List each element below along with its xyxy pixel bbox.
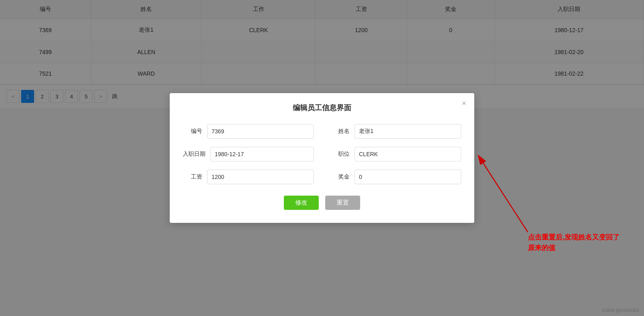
modal-overlay: 编辑员工信息界面 × 编号 姓名 入职日期 职位 工资: [0, 0, 644, 316]
id-input[interactable]: [207, 124, 314, 139]
modal-title: 编辑员工信息界面: [183, 103, 461, 113]
form-item-job: 职位: [330, 147, 461, 161]
job-input[interactable]: [354, 147, 461, 161]
name-label: 姓名: [330, 128, 350, 135]
name-input[interactable]: [354, 124, 461, 139]
button-row: 修改 重置: [183, 196, 461, 210]
modify-button[interactable]: 修改: [284, 196, 319, 210]
form-item-bonus: 奖金: [330, 170, 461, 184]
edit-modal: 编辑员工信息界面 × 编号 姓名 入职日期 职位 工资: [170, 93, 474, 223]
form-item-id: 编号: [183, 124, 314, 139]
form-item-salary: 工资: [183, 170, 314, 184]
form-grid: 编号 姓名 入职日期 职位 工资 奖金: [183, 124, 461, 184]
salary-input[interactable]: [207, 170, 314, 184]
job-label: 职位: [330, 150, 350, 158]
hire-date-input[interactable]: [210, 147, 314, 161]
salary-label: 工资: [183, 173, 202, 181]
hire-date-label: 入职日期: [183, 150, 205, 158]
bonus-label: 奖金: [330, 173, 350, 181]
id-label: 编号: [183, 128, 202, 135]
form-item-name: 姓名: [330, 124, 461, 139]
bonus-input[interactable]: [354, 170, 461, 184]
reset-button[interactable]: 重置: [325, 196, 360, 210]
modal-close-button[interactable]: ×: [462, 100, 466, 107]
form-item-hire-date: 入职日期: [183, 147, 314, 161]
